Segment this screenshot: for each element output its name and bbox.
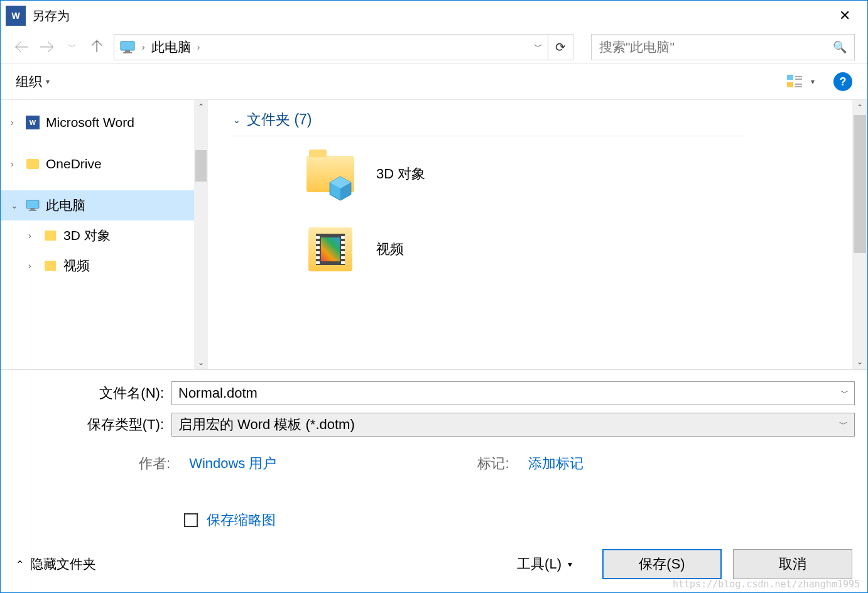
search-icon[interactable]: 🔍 xyxy=(833,40,847,54)
filename-dropdown-icon[interactable]: ﹀ xyxy=(835,388,854,399)
video-folder-icon xyxy=(45,261,56,271)
tools-menu[interactable]: 工具(L) ▾ xyxy=(517,555,572,574)
filename-field[interactable]: ﹀ xyxy=(171,381,855,405)
tags-label: 标记: xyxy=(477,454,509,473)
refresh-button[interactable]: ⟳ xyxy=(548,34,573,60)
chevron-down-icon[interactable]: ﹀ xyxy=(839,419,848,430)
3d-objects-icon xyxy=(302,149,359,199)
sidebar-scrollbar[interactable]: ⌃ ⌄ xyxy=(194,100,208,369)
scroll-up-icon[interactable]: ⌃ xyxy=(852,100,867,115)
svg-rect-1 xyxy=(125,50,130,52)
hide-folders-button[interactable]: ⌃ 隐藏文件夹 xyxy=(16,555,96,573)
savetype-label: 保存类型(T): xyxy=(13,415,164,434)
view-options-button[interactable] xyxy=(786,74,805,89)
form-area: 文件名(N): ﹀ 保存类型(T): 启用宏的 Word 模板 (*.dotm)… xyxy=(1,370,867,536)
help-button[interactable]: ? xyxy=(833,72,852,91)
navigation-bar: 🡠 🡢 ﹀ 🡡 › 此电脑 › ﹀ ⟳ 🔍 xyxy=(1,31,867,63)
expand-icon[interactable]: › xyxy=(11,117,19,128)
cancel-button[interactable]: 取消 xyxy=(733,549,852,579)
dialog-title: 另存为 xyxy=(32,8,70,24)
folder-icon xyxy=(26,159,39,169)
list-item-videos[interactable]: 视频 xyxy=(233,224,842,275)
save-as-dialog: W 另存为 ✕ 🡠 🡢 ﹀ 🡡 › 此电脑 › ﹀ ⟳ 🔍 组织 xyxy=(0,0,868,593)
address-bar[interactable]: › 此电脑 › ﹀ xyxy=(114,34,548,60)
save-button[interactable]: 保存(S) xyxy=(602,549,722,579)
word-icon: W xyxy=(26,116,40,129)
list-item-3dobjects[interactable]: 3D 对象 xyxy=(233,149,842,199)
search-input[interactable] xyxy=(599,40,833,55)
chevron-down-icon[interactable]: ▾ xyxy=(811,77,815,86)
tree-label: 此电脑 xyxy=(46,197,85,214)
toolbar: 组织 ▾ ▾ ? xyxy=(1,64,867,99)
filename-input[interactable] xyxy=(172,382,835,405)
up-button[interactable]: 🡡 xyxy=(89,38,106,56)
author-value[interactable]: Windows 用户 xyxy=(189,454,276,473)
tree-item-3dobjects[interactable]: › 3D 对象 xyxy=(1,220,208,251)
pc-icon xyxy=(119,40,136,54)
pc-icon xyxy=(24,197,41,214)
titlebar: W 另存为 ✕ xyxy=(1,1,867,31)
breadcrumb-location[interactable]: 此电脑 xyxy=(151,38,191,56)
file-list: ⌄ 文件夹 (7) 3D 对象 视频 ⌃ ⌄ xyxy=(208,100,867,369)
main-scrollbar[interactable]: ⌃ ⌄ xyxy=(852,100,867,369)
chevron-down-icon[interactable]: ▾ xyxy=(46,77,50,86)
chevron-up-icon: ⌃ xyxy=(16,558,24,570)
tree-label: 3D 对象 xyxy=(63,227,111,244)
3d-folder-icon xyxy=(45,231,56,241)
svg-rect-3 xyxy=(787,75,793,80)
item-label: 3D 对象 xyxy=(376,165,425,183)
scroll-thumb[interactable] xyxy=(854,115,866,253)
svg-rect-11 xyxy=(29,210,37,211)
expand-icon[interactable]: › xyxy=(11,159,19,169)
svg-rect-4 xyxy=(787,82,793,87)
tree-item-thispc[interactable]: ⌄ 此电脑 xyxy=(1,190,208,220)
close-button[interactable]: ✕ xyxy=(827,3,862,28)
section-label: 文件夹 (7) xyxy=(247,110,312,129)
tags-value[interactable]: 添加标记 xyxy=(528,454,583,473)
content-area: › W Microsoft Word › OneDrive ⌄ 此电脑 › xyxy=(1,100,867,370)
expand-icon[interactable]: › xyxy=(28,261,37,271)
scroll-down-icon[interactable]: ⌄ xyxy=(194,356,208,369)
scroll-up-icon[interactable]: ⌃ xyxy=(194,100,208,114)
address-dropdown-icon[interactable]: ﹀ xyxy=(534,41,543,53)
thumbnail-checkbox[interactable] xyxy=(184,513,198,527)
chevron-down-icon[interactable]: ⌄ xyxy=(233,115,241,125)
organize-menu[interactable]: 组织 xyxy=(16,73,42,90)
filename-label: 文件名(N): xyxy=(13,384,164,403)
word-app-icon: W xyxy=(6,6,26,26)
svg-rect-10 xyxy=(30,209,35,210)
savetype-value: 启用宏的 Word 模板 (*.dotm) xyxy=(178,415,355,434)
recent-dropdown[interactable]: ﹀ xyxy=(63,38,81,56)
chevron-down-icon: ▾ xyxy=(568,559,572,569)
item-label: 视频 xyxy=(376,240,404,259)
hide-folders-label: 隐藏文件夹 xyxy=(30,555,96,573)
videos-icon xyxy=(302,224,359,275)
svg-rect-0 xyxy=(121,41,134,50)
svg-rect-2 xyxy=(123,52,132,53)
tree-item-videos[interactable]: › 视频 xyxy=(1,251,208,281)
breadcrumb-separator-icon: › xyxy=(142,42,145,52)
tree-label: 视频 xyxy=(63,257,90,275)
tree-label: Microsoft Word xyxy=(46,115,134,130)
tree-item-onedrive[interactable]: › OneDrive xyxy=(1,149,208,179)
expand-icon[interactable]: › xyxy=(28,231,37,241)
svg-rect-9 xyxy=(26,200,39,209)
search-box[interactable]: 🔍 xyxy=(591,34,855,60)
tree-item-word[interactable]: › W Microsoft Word xyxy=(1,107,208,138)
tree-label: OneDrive xyxy=(46,156,102,171)
scroll-thumb[interactable] xyxy=(195,150,207,182)
author-label: 作者: xyxy=(139,454,170,473)
scroll-down-icon[interactable]: ⌄ xyxy=(852,354,867,369)
tools-label: 工具(L) xyxy=(517,555,561,574)
collapse-icon[interactable]: ⌄ xyxy=(11,200,19,210)
section-header[interactable]: ⌄ 文件夹 (7) xyxy=(233,110,748,136)
back-button[interactable]: 🡠 xyxy=(13,38,31,56)
folder-tree: › W Microsoft Word › OneDrive ⌄ 此电脑 › xyxy=(1,100,208,369)
thumbnail-label[interactable]: 保存缩略图 xyxy=(207,511,276,530)
savetype-combobox[interactable]: 启用宏的 Word 模板 (*.dotm) ﹀ xyxy=(171,413,855,437)
watermark: https://blog.csdn.net/zhanghm1995 xyxy=(673,579,860,590)
breadcrumb-separator-icon: › xyxy=(197,42,200,52)
forward-button[interactable]: 🡢 xyxy=(38,38,56,56)
